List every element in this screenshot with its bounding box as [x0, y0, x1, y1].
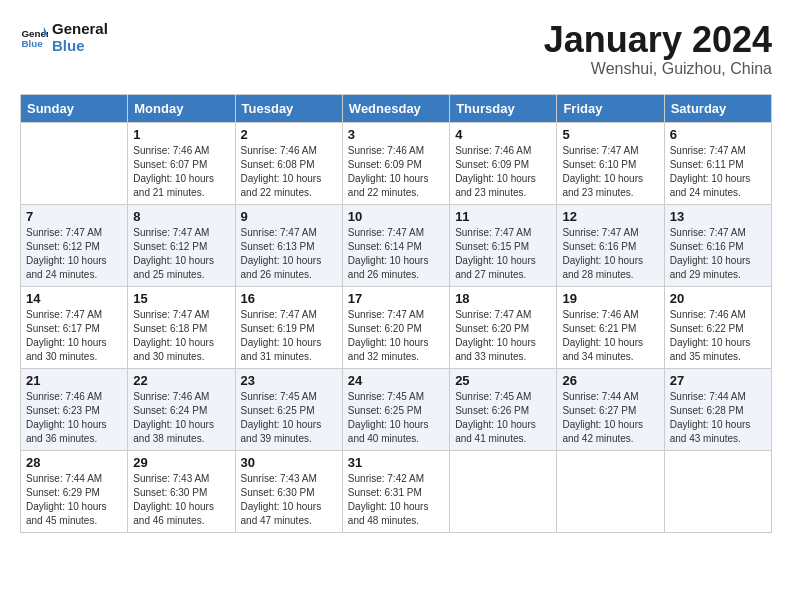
daylight-text-2: and 21 minutes.	[133, 186, 229, 200]
sunset-text: Sunset: 6:19 PM	[241, 322, 337, 336]
sunset-text: Sunset: 6:24 PM	[133, 404, 229, 418]
sunset-text: Sunset: 6:12 PM	[133, 240, 229, 254]
day-number: 22	[133, 373, 229, 388]
daylight-text-1: Daylight: 10 hours	[241, 254, 337, 268]
day-number: 3	[348, 127, 444, 142]
calendar-cell: 12Sunrise: 7:47 AMSunset: 6:16 PMDayligh…	[557, 204, 664, 286]
sunrise-text: Sunrise: 7:47 AM	[455, 226, 551, 240]
daylight-text-2: and 46 minutes.	[133, 514, 229, 528]
calendar-week-row: 21Sunrise: 7:46 AMSunset: 6:23 PMDayligh…	[21, 368, 772, 450]
header-thursday: Thursday	[450, 94, 557, 122]
sunrise-text: Sunrise: 7:45 AM	[455, 390, 551, 404]
calendar-week-row: 1Sunrise: 7:46 AMSunset: 6:07 PMDaylight…	[21, 122, 772, 204]
day-number: 16	[241, 291, 337, 306]
day-info: Sunrise: 7:43 AMSunset: 6:30 PMDaylight:…	[241, 472, 337, 528]
sunset-text: Sunset: 6:30 PM	[133, 486, 229, 500]
calendar-cell: 24Sunrise: 7:45 AMSunset: 6:25 PMDayligh…	[342, 368, 449, 450]
sunrise-text: Sunrise: 7:47 AM	[348, 308, 444, 322]
daylight-text-1: Daylight: 10 hours	[241, 418, 337, 432]
day-number: 8	[133, 209, 229, 224]
day-info: Sunrise: 7:46 AMSunset: 6:24 PMDaylight:…	[133, 390, 229, 446]
daylight-text-1: Daylight: 10 hours	[133, 336, 229, 350]
sunset-text: Sunset: 6:26 PM	[455, 404, 551, 418]
day-info: Sunrise: 7:45 AMSunset: 6:25 PMDaylight:…	[241, 390, 337, 446]
sunrise-text: Sunrise: 7:46 AM	[241, 144, 337, 158]
day-number: 28	[26, 455, 122, 470]
daylight-text-2: and 24 minutes.	[670, 186, 766, 200]
daylight-text-2: and 35 minutes.	[670, 350, 766, 364]
logo-general: General	[52, 20, 108, 37]
daylight-text-1: Daylight: 10 hours	[348, 500, 444, 514]
day-number: 11	[455, 209, 551, 224]
day-info: Sunrise: 7:47 AMSunset: 6:16 PMDaylight:…	[562, 226, 658, 282]
calendar-cell: 3Sunrise: 7:46 AMSunset: 6:09 PMDaylight…	[342, 122, 449, 204]
sunrise-text: Sunrise: 7:43 AM	[133, 472, 229, 486]
daylight-text-2: and 23 minutes.	[455, 186, 551, 200]
logo-icon: General Blue	[20, 23, 48, 51]
day-info: Sunrise: 7:46 AMSunset: 6:08 PMDaylight:…	[241, 144, 337, 200]
sunset-text: Sunset: 6:25 PM	[241, 404, 337, 418]
sunrise-text: Sunrise: 7:47 AM	[241, 308, 337, 322]
daylight-text-1: Daylight: 10 hours	[670, 172, 766, 186]
day-number: 17	[348, 291, 444, 306]
day-info: Sunrise: 7:45 AMSunset: 6:25 PMDaylight:…	[348, 390, 444, 446]
daylight-text-1: Daylight: 10 hours	[26, 254, 122, 268]
sunrise-text: Sunrise: 7:47 AM	[26, 308, 122, 322]
calendar-cell: 22Sunrise: 7:46 AMSunset: 6:24 PMDayligh…	[128, 368, 235, 450]
daylight-text-2: and 47 minutes.	[241, 514, 337, 528]
sunset-text: Sunset: 6:22 PM	[670, 322, 766, 336]
calendar-cell	[21, 122, 128, 204]
daylight-text-2: and 28 minutes.	[562, 268, 658, 282]
sunset-text: Sunset: 6:17 PM	[26, 322, 122, 336]
daylight-text-2: and 22 minutes.	[241, 186, 337, 200]
daylight-text-2: and 31 minutes.	[241, 350, 337, 364]
daylight-text-2: and 48 minutes.	[348, 514, 444, 528]
day-info: Sunrise: 7:47 AMSunset: 6:15 PMDaylight:…	[455, 226, 551, 282]
day-info: Sunrise: 7:46 AMSunset: 6:23 PMDaylight:…	[26, 390, 122, 446]
calendar-week-row: 28Sunrise: 7:44 AMSunset: 6:29 PMDayligh…	[21, 450, 772, 532]
day-info: Sunrise: 7:47 AMSunset: 6:12 PMDaylight:…	[133, 226, 229, 282]
daylight-text-1: Daylight: 10 hours	[562, 254, 658, 268]
calendar-cell: 19Sunrise: 7:46 AMSunset: 6:21 PMDayligh…	[557, 286, 664, 368]
sunrise-text: Sunrise: 7:44 AM	[562, 390, 658, 404]
daylight-text-1: Daylight: 10 hours	[670, 254, 766, 268]
calendar-cell: 18Sunrise: 7:47 AMSunset: 6:20 PMDayligh…	[450, 286, 557, 368]
day-info: Sunrise: 7:46 AMSunset: 6:07 PMDaylight:…	[133, 144, 229, 200]
header-monday: Monday	[128, 94, 235, 122]
sunset-text: Sunset: 6:29 PM	[26, 486, 122, 500]
calendar-cell: 10Sunrise: 7:47 AMSunset: 6:14 PMDayligh…	[342, 204, 449, 286]
sunrise-text: Sunrise: 7:46 AM	[348, 144, 444, 158]
calendar-cell: 9Sunrise: 7:47 AMSunset: 6:13 PMDaylight…	[235, 204, 342, 286]
daylight-text-2: and 26 minutes.	[241, 268, 337, 282]
calendar-cell: 2Sunrise: 7:46 AMSunset: 6:08 PMDaylight…	[235, 122, 342, 204]
daylight-text-1: Daylight: 10 hours	[455, 336, 551, 350]
calendar-cell: 14Sunrise: 7:47 AMSunset: 6:17 PMDayligh…	[21, 286, 128, 368]
day-number: 2	[241, 127, 337, 142]
calendar-cell: 16Sunrise: 7:47 AMSunset: 6:19 PMDayligh…	[235, 286, 342, 368]
sunrise-text: Sunrise: 7:44 AM	[670, 390, 766, 404]
sunset-text: Sunset: 6:10 PM	[562, 158, 658, 172]
calendar-cell: 20Sunrise: 7:46 AMSunset: 6:22 PMDayligh…	[664, 286, 771, 368]
calendar-cell: 6Sunrise: 7:47 AMSunset: 6:11 PMDaylight…	[664, 122, 771, 204]
daylight-text-1: Daylight: 10 hours	[455, 254, 551, 268]
sunset-text: Sunset: 6:25 PM	[348, 404, 444, 418]
sunset-text: Sunset: 6:16 PM	[562, 240, 658, 254]
calendar-cell: 17Sunrise: 7:47 AMSunset: 6:20 PMDayligh…	[342, 286, 449, 368]
header-tuesday: Tuesday	[235, 94, 342, 122]
day-info: Sunrise: 7:47 AMSunset: 6:20 PMDaylight:…	[455, 308, 551, 364]
calendar-week-row: 14Sunrise: 7:47 AMSunset: 6:17 PMDayligh…	[21, 286, 772, 368]
day-info: Sunrise: 7:47 AMSunset: 6:12 PMDaylight:…	[26, 226, 122, 282]
calendar-cell	[450, 450, 557, 532]
daylight-text-1: Daylight: 10 hours	[348, 336, 444, 350]
day-info: Sunrise: 7:47 AMSunset: 6:11 PMDaylight:…	[670, 144, 766, 200]
header-sunday: Sunday	[21, 94, 128, 122]
svg-text:Blue: Blue	[21, 38, 43, 49]
daylight-text-1: Daylight: 10 hours	[241, 172, 337, 186]
daylight-text-2: and 43 minutes.	[670, 432, 766, 446]
daylight-text-1: Daylight: 10 hours	[670, 336, 766, 350]
calendar-cell: 27Sunrise: 7:44 AMSunset: 6:28 PMDayligh…	[664, 368, 771, 450]
calendar-cell: 29Sunrise: 7:43 AMSunset: 6:30 PMDayligh…	[128, 450, 235, 532]
sunset-text: Sunset: 6:20 PM	[348, 322, 444, 336]
sunset-text: Sunset: 6:09 PM	[348, 158, 444, 172]
sunrise-text: Sunrise: 7:47 AM	[348, 226, 444, 240]
